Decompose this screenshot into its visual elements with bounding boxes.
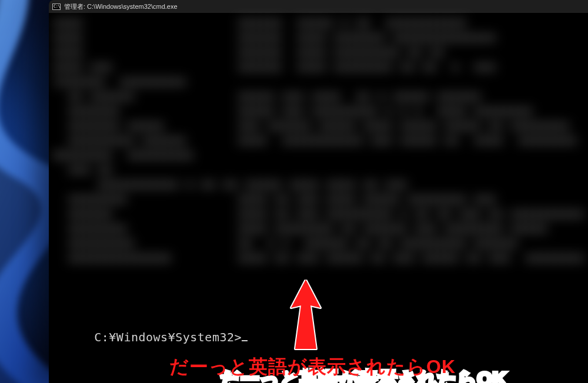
blurred-line: xxxxxxxxxxxxxx xxxx xx xxx xxxxx xx xxx … xyxy=(54,250,583,265)
blurred-line: xxxxxxxx xxxx xx xxx xxxx xxxxx xxxxxxxx… xyxy=(54,192,583,206)
annotation-caption: だーっと英語が表示されたらOK xyxy=(169,354,456,380)
blurred-line: xxxx xxxxxx xxxx xxxxxxxxx xx xx xyxy=(54,45,583,59)
blurred-line: xxx xx xyxy=(54,162,583,177)
titlebar[interactable]: C:\ 管理者: C:\Windows\system32\cmd.exe xyxy=(49,0,588,13)
blurred-line: xxxxxxxxxxx x xx xx xxxxx xxxx xxxx xx x… xyxy=(54,177,583,192)
blurred-line: xxxxxxxxx xxxxxx xxxx xxxxxxxxxxx xxx xx… xyxy=(54,133,583,147)
blurred-line: xxxxxxxxx xx x x xxxxxx xx xx xxxxxxxxx … xyxy=(54,236,583,250)
blurred-line: exxxxxxx xxxxxxxxx xyxy=(54,147,583,162)
text-cursor xyxy=(242,340,248,341)
blurred-line: ixxxxxx xxxxxxxxx xyxy=(54,74,583,89)
cmd-icon: C:\ xyxy=(52,4,61,10)
blurred-line: xxxxxxx xxxxx xxx xxxxxx xxxxx xxxx xxxx… xyxy=(54,118,583,133)
blurred-line: xx xxxxxx xxxxx xxx xxxx xx x xxxxx xxxx… xyxy=(54,89,583,103)
terminal-body[interactable]: xxxx xxxxxx xxxxx x xx xxxxxxxxxxxxxxx x… xyxy=(49,13,588,383)
blurred-line: xxxxxxx xxxxx xxx xxxxxxxxx x x x xxxx x… xyxy=(54,103,583,118)
blurred-command-output: xxxx xxxxxx xxxxx x xx xxxxxxxxxxxxxxx x… xyxy=(54,15,583,313)
cmd-window[interactable]: C:\ 管理者: C:\Windows\system32\cmd.exe xxx… xyxy=(49,0,588,383)
blurred-line: xxxxxx xxxx xx xxx xxxxxxxxx x xx xx xxx… xyxy=(54,206,583,221)
blurred-line: xxxx xxx xxxxxx xxxx xxxxxxxx xx xx x xx… xyxy=(54,59,583,74)
blurred-line: xxxxxxxx xxxx xxxxxxxx xx xxxxxx xxx xxx… xyxy=(54,221,583,236)
annotation-caption-wrap: だーっと英語が表示されたらOK だーっと英語が表示されたらOK xyxy=(131,342,507,383)
blurred-line: xxxx xxxxxx xxxx xxxxxxx xxxxxxxxxxxxxx xyxy=(54,30,583,45)
blurred-line: xxxx xxxxxx xxxxx x xx xxxxxxxxxxx xyxy=(54,15,583,30)
window-title: 管理者: C:\Windows\system32\cmd.exe xyxy=(64,2,178,11)
